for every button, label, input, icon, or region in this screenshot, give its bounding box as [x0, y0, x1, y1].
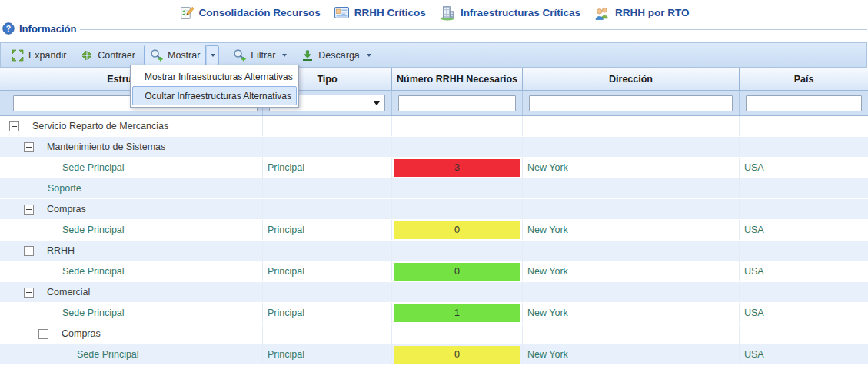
nav-consolidacion-recursos[interactable]: Consolidación Recursos — [179, 5, 321, 21]
direccion-cell — [523, 282, 740, 302]
table-row[interactable]: Sede PrincipalPrincipal0New YorkUSA — [0, 220, 868, 241]
people-icon — [594, 6, 610, 20]
direccion-cell — [523, 324, 740, 344]
pais-cell: USA — [740, 220, 868, 240]
pais-cell: USA — [740, 261, 868, 281]
nav-rrhh-por-rto[interactable]: RRHH por RTO — [594, 6, 690, 20]
collapse-icon[interactable] — [24, 205, 34, 215]
nav-label: Infraestructuras Críticas — [461, 7, 580, 18]
vcard-icon — [334, 7, 349, 18]
pais-cell — [740, 241, 868, 261]
tipo-cell — [263, 137, 392, 157]
estructura-cell: Sede Principal — [0, 303, 263, 323]
button-label: Expandir — [28, 50, 66, 61]
button-label: Filtrar — [251, 50, 275, 61]
menu-item-ocultar-infraestructuras[interactable]: Ocultar Infraestructuras Alternativas — [132, 86, 297, 105]
collapse-icon[interactable] — [24, 246, 34, 256]
structure-label: Sede Principal — [62, 308, 125, 318]
numero-rrhh-cell — [392, 116, 523, 136]
structure-label: Sede Principal — [77, 349, 139, 360]
table-row[interactable]: Compras — [0, 324, 868, 344]
grid-body: Servicio Reparto de MercanciasMantenimie… — [0, 116, 868, 365]
help-icon: ? — [2, 22, 15, 35]
tipo-cell — [263, 241, 392, 261]
numero-rrhh-cell — [392, 324, 523, 344]
building-icon — [440, 5, 455, 21]
numero-rrhh-cell: 0 — [392, 344, 523, 364]
estructura-cell: Sede Principal — [0, 261, 263, 281]
pais-cell: USA — [740, 303, 868, 323]
menu-item-mostrar-infraestructuras[interactable]: Mostrar Infraestructuras Alternativas — [132, 67, 297, 86]
direccion-cell: New York — [523, 303, 740, 323]
tipo-cell — [263, 178, 392, 198]
show-button[interactable]: Mostrar — [144, 45, 206, 65]
nav-infraestructuras-criticas[interactable]: Infraestructuras Críticas — [440, 5, 580, 21]
pais-cell — [740, 178, 868, 198]
download-button[interactable]: Descarga — [295, 45, 377, 65]
structure-label: Compras — [47, 204, 86, 215]
structure-label: Mantenimiento de Sistemas — [47, 141, 165, 152]
pais-filter-input[interactable] — [746, 95, 862, 111]
chevron-down-icon — [367, 54, 371, 57]
table-row[interactable]: Sede PrincipalPrincipal0New YorkUSA — [0, 261, 868, 282]
table-row[interactable]: Comercial — [0, 282, 868, 303]
table-row[interactable]: Servicio Reparto de Mercancias — [0, 116, 868, 137]
table-row[interactable]: Mantenimiento de Sistemas — [0, 137, 868, 158]
structure-label: Soporte — [48, 183, 81, 194]
nav-label: RRHH Críticos — [354, 7, 426, 18]
numero-rrhh-cell: 0 — [392, 261, 523, 281]
table-row[interactable]: Sede PrincipalPrincipal3New YorkUSA — [0, 158, 868, 178]
collapse-button[interactable]: Contraer — [75, 45, 141, 65]
collapse-icon[interactable] — [9, 121, 19, 131]
direccion-cell — [523, 116, 740, 136]
table-row[interactable]: RRHH — [0, 241, 868, 261]
collapse-icon[interactable] — [24, 288, 34, 298]
legend-divider — [80, 29, 867, 30]
structure-label: Sede Principal — [62, 266, 125, 277]
direccion-filter-input[interactable] — [529, 95, 733, 111]
tipo-cell — [263, 324, 392, 344]
pais-cell — [740, 282, 868, 302]
direccion-cell — [523, 137, 740, 157]
estructura-cell: Compras — [0, 324, 263, 344]
rrhh-count-badge: 1 — [394, 304, 520, 322]
direccion-cell: New York — [523, 344, 740, 364]
expand-button[interactable]: Expandir — [5, 45, 72, 65]
table-row[interactable]: Compras — [0, 199, 868, 220]
direccion-cell: New York — [523, 158, 740, 178]
page: Consolidación Recursos RRHH Críticos — [0, 0, 868, 366]
structure-label: Sede Principal — [62, 162, 125, 173]
filter-button[interactable]: Filtrar — [227, 45, 293, 65]
numero-filter-input[interactable] — [398, 95, 516, 111]
show-dropdown-arrow[interactable] — [206, 45, 219, 65]
tipo-cell: Principal — [263, 220, 392, 240]
select-caret-icon — [374, 101, 380, 105]
info-fieldset-legend: ? Información — [2, 21, 868, 36]
direccion-cell: New York — [523, 261, 740, 281]
collapse-icon[interactable] — [38, 329, 48, 339]
direccion-cell — [523, 199, 740, 219]
download-icon — [301, 49, 314, 62]
magnifier-add-icon — [150, 48, 163, 62]
button-label: Mostrar — [168, 50, 200, 61]
column-header-numero-rrhh[interactable]: Número RRHH Necesarios — [392, 68, 523, 90]
tipo-cell: Principal — [263, 158, 392, 178]
tipo-cell — [263, 116, 392, 136]
structure-label: Servicio Reparto de Mercancias — [32, 121, 168, 131]
menu-item-label: Ocultar Infraestructuras Alternativas — [145, 91, 291, 101]
rrhh-count-badge: 0 — [394, 221, 520, 239]
svg-text:?: ? — [6, 24, 11, 33]
table-row[interactable]: Sede PrincipalPrincipal0New YorkUSA — [0, 344, 868, 365]
menu-item-label: Mostrar Infraestructuras Alternativas — [145, 72, 293, 82]
column-header-direccion[interactable]: Dirección — [523, 68, 740, 90]
estructura-cell: RRHH — [0, 241, 263, 261]
table-row[interactable]: Sede PrincipalPrincipal1New YorkUSA — [0, 303, 868, 324]
pais-cell — [740, 137, 868, 157]
collapse-icon[interactable] — [24, 142, 34, 152]
column-header-pais[interactable]: País — [740, 68, 868, 90]
pais-cell — [740, 324, 868, 344]
table-row[interactable]: Soporte — [0, 178, 868, 199]
structure-label: RRHH — [47, 245, 75, 256]
nav-rrhh-criticos[interactable]: RRHH Críticos — [334, 7, 426, 18]
structures-grid: Estructura Tipo Número RRHH Necesarios D… — [0, 68, 868, 365]
